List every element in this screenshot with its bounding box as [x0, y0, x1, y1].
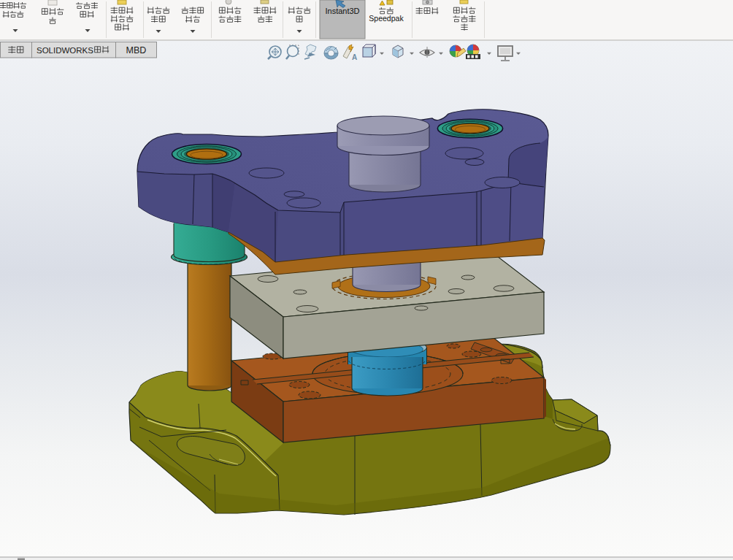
svg-text:MBD: MBD: [126, 45, 147, 55]
svg-text:Instant3D: Instant3D: [325, 7, 359, 15]
svg-text:Speedpak: Speedpak: [369, 14, 404, 23]
svg-text:A: A: [352, 53, 357, 61]
svg-text:SOLIDWORKS: SOLIDWORKS: [37, 46, 93, 55]
